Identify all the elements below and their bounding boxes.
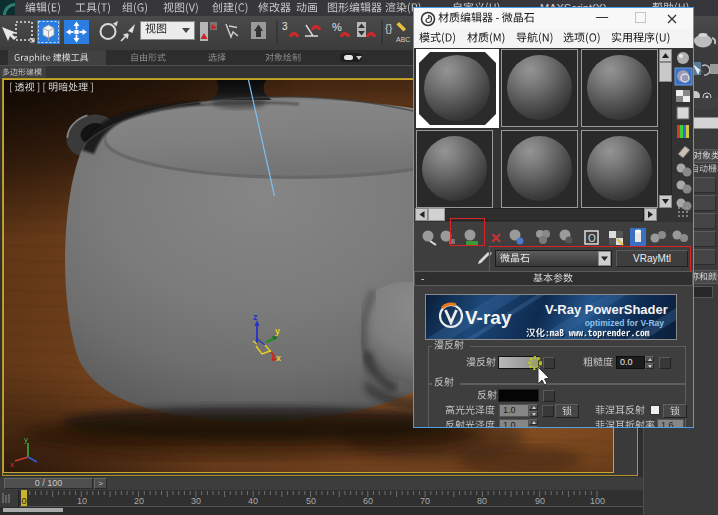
svg-text:3: 3 bbox=[282, 21, 288, 32]
svg-text:z: z bbox=[253, 312, 258, 322]
svg-text:ABC: ABC bbox=[396, 36, 410, 43]
svg-text:y: y bbox=[275, 326, 280, 336]
svg-text:y: y bbox=[24, 435, 28, 444]
svg-text:%: % bbox=[332, 21, 342, 33]
svg-text:O: O bbox=[588, 233, 596, 244]
svg-text:x: x bbox=[10, 460, 14, 469]
svg-text:{}: {} bbox=[385, 22, 393, 34]
svg-text:V-ray: V-ray bbox=[465, 307, 512, 328]
svg-text:x: x bbox=[276, 353, 281, 363]
svg-text:✕: ✕ bbox=[490, 230, 502, 246]
